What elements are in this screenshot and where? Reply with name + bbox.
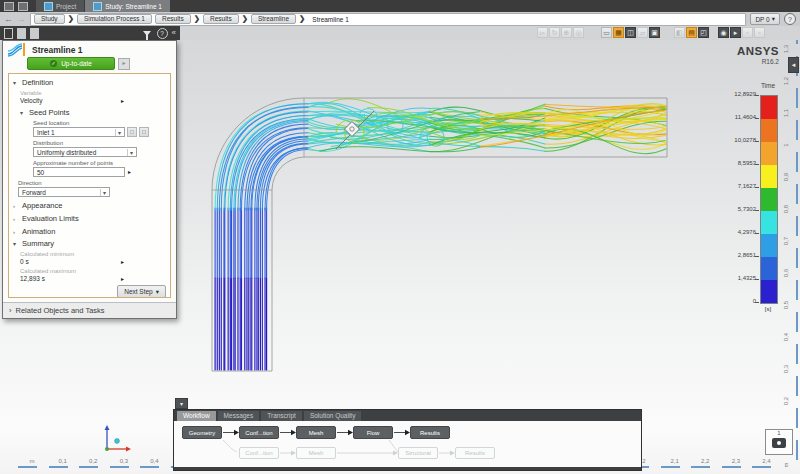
help-icon[interactable]: ? [784, 13, 796, 25]
ruler-tick-label: m [30, 458, 35, 464]
definition-box: ▾ Definition Variable Velocity ▸ ▾ Seed … [8, 73, 171, 298]
seed-location-select[interactable]: Inlet 1 ▾ [33, 127, 125, 137]
breadcrumb-item[interactable]: Streamline [251, 14, 296, 24]
status-next-button[interactable]: ▸ [118, 58, 130, 70]
tab-workflow[interactable]: Workflow [177, 411, 216, 421]
workflow-node[interactable]: Flow [353, 426, 393, 439]
workflow-panel: ▾ WorkflowMessagesTranscriptSolution Qua… [173, 398, 642, 471]
breadcrumb-item[interactable]: Simulation Process 1 [77, 14, 152, 24]
window-icon-1[interactable] [4, 2, 14, 11]
collapse-right-panel-button[interactable]: ◂ [788, 57, 799, 73]
points-value: 50 [37, 169, 44, 176]
status-badge[interactable]: ✓ Up-to-date [27, 57, 115, 70]
duplicate-object-icon[interactable] [17, 28, 26, 39]
legend-tick [755, 210, 759, 211]
legend-tick-label: 4,2976 [738, 229, 756, 235]
window-tab[interactable]: Project [36, 0, 84, 12]
toolbar-group: ▭▦◫▱▣ [601, 27, 660, 38]
legend-settings-icon[interactable]: ▤ [686, 27, 697, 38]
section-header-appearance[interactable]: ›Appearance [13, 201, 166, 210]
related-objects-bar[interactable]: › Related Objects and Tasks [3, 302, 176, 318]
remove-seed-location-button[interactable] [139, 127, 149, 137]
breadcrumb-separator-icon: ❯ [194, 15, 200, 23]
check-icon: ✓ [50, 60, 57, 67]
section-header-evaluation-limits[interactable]: ›Evaluation Limits [13, 214, 166, 223]
snapshot-thumbnail[interactable]: 1 [765, 429, 793, 455]
delete-object-icon[interactable] [30, 28, 39, 39]
add-seed-location-button[interactable] [127, 127, 137, 137]
zoom-box-icon[interactable]: ◎ [573, 27, 584, 38]
section-label: Evaluation Limits [22, 214, 79, 223]
breadcrumb-item[interactable]: Results [155, 14, 191, 24]
breadcrumb-item[interactable]: Streamline 1 [308, 16, 353, 23]
forward-icon[interactable]: → [17, 15, 26, 24]
window-tab-label: Study: Streamline 1 [105, 3, 162, 10]
chevron-right-icon: › [13, 216, 19, 222]
titlebar: ProjectStudy: Streamline 1 [0, 0, 800, 12]
workflow-node[interactable]: Results [410, 426, 450, 439]
workflow-node[interactable]: Conf...tion [239, 426, 279, 439]
section-label: Seed Points [29, 108, 69, 117]
record-animation-icon[interactable]: ◉ [718, 27, 729, 38]
tab-messages[interactable]: Messages [218, 411, 260, 421]
variable-value[interactable]: Velocity ▸ [20, 97, 124, 104]
collapse-panel-icon[interactable]: « [172, 29, 176, 37]
legend-tick [755, 141, 759, 142]
calc-min-label: Calculated minimum [20, 251, 166, 257]
fit-view-icon[interactable]: ▭ [601, 27, 612, 38]
breadcrumb-bar: ← → Study❯Simulation Process 1Results❯Re… [0, 12, 800, 26]
breadcrumb-item[interactable]: Study [34, 14, 65, 24]
section-header-definition[interactable]: ▾ Definition [13, 78, 166, 87]
select-icon[interactable]: ▻ [537, 27, 548, 38]
breadcrumb-item[interactable]: Results [203, 14, 239, 24]
next-step-button[interactable]: Next Step ▾ [117, 285, 166, 298]
probe-values-icon[interactable]: ◧ [674, 27, 685, 38]
pointer-mode-icon[interactable]: ▸ [730, 27, 741, 38]
section-plane-icon[interactable]: ◫ [625, 27, 636, 38]
design-point-button[interactable]: DP 0 ▾ [750, 13, 780, 25]
legend-tick-label: 8,5953 [738, 160, 756, 166]
filter-icon[interactable] [143, 31, 151, 36]
calc-max-value: 12,893 s ▸ [20, 275, 124, 282]
distribution-select[interactable]: Uniformly distributed ▾ [33, 147, 137, 157]
chevron-open-icon: ▾ [13, 79, 19, 86]
section-header-animation[interactable]: ›Animation [13, 227, 166, 236]
next-view-icon[interactable]: ▫ [754, 27, 765, 38]
workflow-node[interactable]: Mesh [296, 426, 336, 439]
pan-icon[interactable]: ⊕ [561, 27, 572, 38]
points-input[interactable]: 50 [33, 167, 125, 177]
section-label: Appearance [22, 201, 62, 210]
legend-band [761, 234, 777, 257]
shaded-view-icon[interactable]: ▦ [613, 27, 624, 38]
collapse-workflow-button[interactable]: ▾ [175, 398, 188, 409]
chevron-right-icon: › [9, 306, 12, 315]
section-header-summary[interactable]: ▾ Summary [13, 239, 166, 248]
direction-select[interactable]: Forward ▾ [18, 187, 110, 197]
chevron-open-icon: ▾ [20, 109, 26, 116]
window-icon-2[interactable] [18, 2, 28, 11]
section-label: Summary [22, 239, 54, 248]
back-icon[interactable]: ← [4, 15, 13, 24]
expand-right-icon: ▸ [128, 168, 131, 175]
previous-view-icon[interactable]: ▫ [742, 27, 753, 38]
window-tab-icon [93, 2, 102, 11]
dp-label: DP 0 [755, 16, 769, 23]
legend-unit: [s] [752, 306, 784, 312]
legend-band [761, 119, 777, 142]
panel-title: Streamline 1 [32, 45, 83, 55]
ruler-right-ticks [796, 40, 798, 460]
legend-tick [755, 279, 759, 280]
panel-help-icon[interactable]: ? [157, 28, 168, 39]
outline-view-icon[interactable]: ▱ [637, 27, 648, 38]
titlebar-tabs: ProjectStudy: Streamline 1 [36, 0, 171, 12]
tab-transcript[interactable]: Transcript [261, 411, 302, 421]
tab-solution-quality[interactable]: Solution Quality [304, 411, 362, 421]
section-label: Definition [22, 78, 53, 87]
rotate-view-icon[interactable]: ↻ [549, 27, 560, 38]
wireframe-view-icon[interactable]: ▣ [649, 27, 660, 38]
window-tab[interactable]: Study: Streamline 1 [85, 0, 170, 12]
workflow-node[interactable]: Geometry [182, 426, 222, 439]
section-header-seed-points[interactable]: ▾ Seed Points [20, 108, 166, 117]
fullscreen-icon[interactable]: ◰ [698, 27, 709, 38]
new-object-icon[interactable] [4, 28, 13, 39]
